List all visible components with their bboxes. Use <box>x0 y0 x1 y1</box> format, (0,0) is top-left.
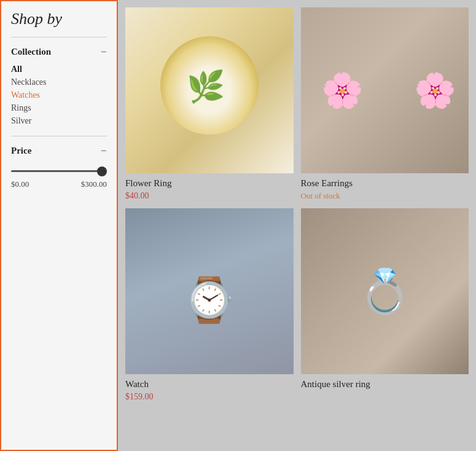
product-name-antique-ring: Antique silver ring <box>301 379 469 390</box>
price-filter-header: Price − <box>11 145 107 156</box>
collection-list: All Necklaces Watches Rings Silver <box>11 65 107 126</box>
antique-ring-image-placeholder <box>301 208 469 374</box>
price-divider <box>11 136 107 136</box>
collection-item-watches[interactable]: Watches <box>11 90 107 100</box>
price-range-slider[interactable] <box>11 170 107 172</box>
price-filter-section: Price − $0.00 $300.00 <box>11 145 107 189</box>
collection-filter-header: Collection − <box>11 46 107 57</box>
product-image-antique-ring[interactable] <box>301 208 469 374</box>
product-grid: Flower Ring $40.00 Rose Earrings Out of … <box>125 5 469 402</box>
collection-toggle-icon[interactable]: − <box>101 46 107 57</box>
product-image-flower-ring[interactable] <box>125 7 294 173</box>
sidebar-filter-panel: Shop by Collection − All Necklaces Watch… <box>0 0 118 451</box>
flower-ring-image-placeholder <box>125 7 294 173</box>
rose-earrings-image-placeholder <box>301 7 469 173</box>
product-image-rose-earrings[interactable] <box>301 7 469 173</box>
collection-item-rings[interactable]: Rings <box>11 103 107 113</box>
price-min-label: $0.00 <box>11 179 29 189</box>
collection-item-all[interactable]: All <box>11 65 107 74</box>
price-labels: $0.00 $300.00 <box>11 179 107 189</box>
product-card-antique-ring: Antique silver ring <box>301 208 469 402</box>
product-image-watch[interactable] <box>125 208 294 374</box>
product-name-rose-earrings: Rose Earrings <box>301 178 469 189</box>
product-name-watch: Watch <box>125 379 294 390</box>
product-card-flower-ring: Flower Ring $40.00 <box>125 7 294 201</box>
product-status-rose-earrings: Out of stock <box>301 191 469 201</box>
sidebar-title: Shop by <box>11 10 107 37</box>
product-grid-area: Flower Ring $40.00 Rose Earrings Out of … <box>118 0 476 451</box>
product-price-watch: $159.00 <box>125 392 294 402</box>
product-card-watch: Watch $159.00 <box>125 208 294 402</box>
collection-filter-label: Collection <box>11 47 51 57</box>
price-max-label: $300.00 <box>81 179 107 189</box>
collection-item-silver[interactable]: Silver <box>11 116 107 126</box>
product-card-rose-earrings: Rose Earrings Out of stock <box>301 7 469 201</box>
product-name-flower-ring: Flower Ring <box>125 178 294 189</box>
price-toggle-icon[interactable]: − <box>101 145 107 156</box>
price-range-container <box>11 163 107 175</box>
product-price-flower-ring: $40.00 <box>125 191 294 201</box>
price-filter-label: Price <box>11 146 31 156</box>
watch-image-placeholder <box>125 208 294 374</box>
collection-item-necklaces[interactable]: Necklaces <box>11 77 107 87</box>
